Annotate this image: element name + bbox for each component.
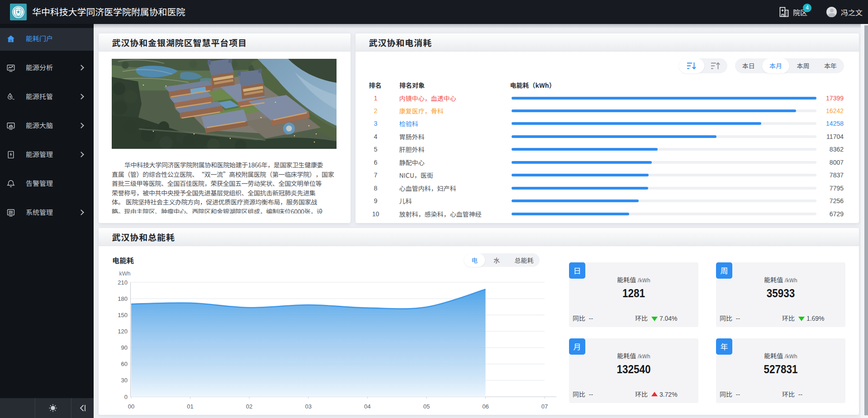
svg-text:05: 05 xyxy=(423,403,430,410)
svg-text:03: 03 xyxy=(305,403,311,410)
svg-text:07: 07 xyxy=(541,403,548,410)
svg-text:90: 90 xyxy=(121,344,128,351)
svg-text:180: 180 xyxy=(118,295,128,302)
svg-text:120: 120 xyxy=(118,328,128,335)
svg-text:0: 0 xyxy=(124,394,128,400)
svg-text:02: 02 xyxy=(246,403,252,410)
svg-text:60: 60 xyxy=(121,361,128,367)
svg-text:06: 06 xyxy=(482,403,489,410)
svg-text:04: 04 xyxy=(364,403,370,410)
svg-text:00: 00 xyxy=(128,403,134,410)
svg-text:150: 150 xyxy=(118,312,128,318)
svg-text:210: 210 xyxy=(118,279,128,286)
svg-text:01: 01 xyxy=(187,403,193,410)
svg-text:30: 30 xyxy=(121,377,128,384)
